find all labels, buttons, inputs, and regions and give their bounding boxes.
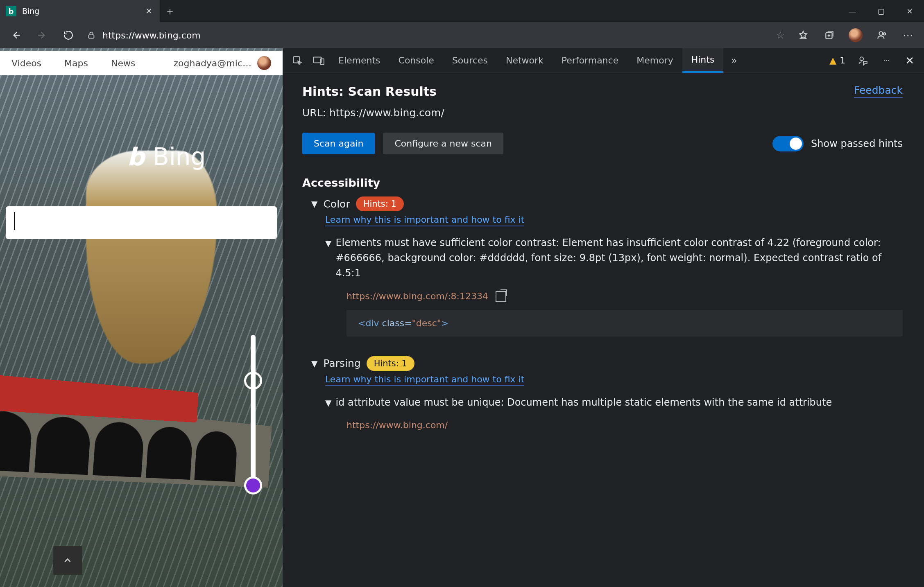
url-label: URL:	[302, 107, 329, 119]
browser-tab[interactable]: b Bing ✕	[0, 0, 160, 22]
feedback-icon[interactable]	[852, 52, 873, 70]
category-parsing: ▼ Parsing Hints: 1 Learn why this is imp…	[311, 356, 903, 430]
code-snippet: <div class="desc">	[346, 310, 903, 336]
forward-icon[interactable]	[30, 25, 54, 45]
open-external-icon[interactable]	[496, 291, 506, 302]
bing-favicon: b	[6, 6, 16, 16]
configure-scan-button[interactable]: Configure a new scan	[383, 133, 503, 154]
favorite-icon[interactable]: ☆	[776, 29, 785, 41]
hint-source-link[interactable]: https://www.bing.com/	[346, 420, 448, 430]
maximize-icon[interactable]: ▢	[867, 0, 895, 22]
window-controls: ― ▢ ✕	[838, 0, 924, 22]
issues-count: 1	[840, 55, 845, 65]
hint-detail: id attribute value must be unique: Docum…	[335, 395, 832, 410]
learn-link[interactable]: Learn why this is important and how to f…	[325, 214, 524, 226]
section-accessibility: Accessibility	[302, 176, 903, 189]
favorites-icon[interactable]	[791, 25, 815, 45]
hints-panel-body[interactable]: Feedback Hints: Scan Results URL: https:…	[283, 73, 924, 587]
more-tabs-icon[interactable]: »	[723, 52, 745, 70]
new-tab-button[interactable]: ＋	[160, 0, 180, 22]
bing-header: Videos Maps News zoghadya@mic…	[0, 51, 283, 75]
tab-network[interactable]: Network	[497, 48, 553, 73]
nav-videos[interactable]: Videos	[11, 58, 41, 68]
browser-toolbar: https://www.bing.com ☆ ⋯	[0, 22, 924, 48]
tab-console[interactable]: Console	[390, 48, 443, 73]
profile-avatar[interactable]	[844, 25, 867, 45]
scroll-top-button[interactable]	[53, 546, 82, 575]
more-icon[interactable]: ⋯	[896, 25, 920, 45]
nav-maps[interactable]: Maps	[64, 58, 88, 68]
svg-point-7	[860, 57, 864, 61]
feedback-link[interactable]: Feedback	[854, 84, 903, 98]
settings-icon[interactable]: ⋯	[876, 52, 897, 70]
background-image	[0, 372, 283, 515]
code-tag: >	[441, 318, 448, 328]
disclosure-icon[interactable]: ▼	[325, 237, 331, 281]
toggle-label: Show passed hints	[811, 138, 903, 149]
titlebar: b Bing ✕ ＋ ― ▢ ✕	[0, 0, 924, 22]
hints-badge: Hints: 1	[356, 196, 404, 211]
category-color: ▼ Color Hints: 1 Learn why this is impor…	[311, 196, 903, 336]
hint-source-link[interactable]: https://www.bing.com/:8:12334	[346, 291, 488, 301]
thermometer-widget[interactable]	[246, 335, 260, 494]
url-value: https://www.bing.com/	[329, 107, 444, 119]
devtools-panel: Elements Console Sources Network Perform…	[283, 48, 924, 587]
category-name: Color	[323, 198, 350, 210]
svg-rect-4	[293, 56, 299, 63]
search-input[interactable]	[6, 206, 277, 239]
close-devtools-icon[interactable]: ✕	[899, 54, 920, 67]
user-avatar[interactable]	[257, 56, 271, 70]
panel-title: Hints: Scan Results	[302, 84, 903, 99]
device-toggle-icon[interactable]	[308, 52, 329, 70]
collections-icon[interactable]	[818, 25, 841, 45]
code-attr: class=	[382, 318, 412, 328]
tab-hints[interactable]: Hints	[682, 48, 724, 73]
hint-detail: Elements must have sufficient color cont…	[335, 235, 903, 281]
minimize-icon[interactable]: ―	[838, 0, 867, 22]
tab-memory[interactable]: Memory	[627, 48, 682, 73]
bing-logo: b Bing	[127, 142, 206, 171]
nav-news[interactable]: News	[111, 58, 135, 68]
lock-icon	[87, 31, 96, 40]
disclosure-icon[interactable]: ▼	[311, 359, 317, 368]
disclosure-icon[interactable]: ▼	[325, 397, 331, 410]
svg-point-3	[883, 33, 886, 35]
disclosure-icon[interactable]: ▼	[311, 199, 317, 209]
category-name: Parsing	[323, 357, 360, 369]
url-text: https://www.bing.com	[102, 30, 201, 41]
devtools-tabbar: Elements Console Sources Network Perform…	[283, 48, 924, 73]
bing-logo-text: Bing	[153, 143, 206, 171]
hint-item: ▼ id attribute value must be unique: Doc…	[325, 395, 903, 430]
hints-badge: Hints: 1	[367, 356, 414, 371]
address-bar[interactable]: https://www.bing.com ☆	[83, 25, 789, 45]
refresh-icon[interactable]	[57, 25, 80, 45]
hint-item: ▼ Elements must have sufficient color co…	[325, 235, 903, 336]
inspect-icon[interactable]	[287, 52, 308, 70]
tab-title: Bing	[22, 7, 140, 16]
issues-badge[interactable]: ▲ 1	[825, 55, 849, 65]
tab-performance[interactable]: Performance	[553, 48, 627, 73]
code-tag: <div	[358, 318, 382, 328]
svg-point-2	[879, 32, 883, 35]
tab-elements[interactable]: Elements	[329, 48, 390, 73]
back-icon[interactable]	[4, 25, 28, 45]
scan-url-row: URL: https://www.bing.com/	[302, 107, 903, 119]
tab-sources[interactable]: Sources	[443, 48, 497, 73]
code-val: "desc"	[412, 318, 441, 328]
identity-icon[interactable]	[870, 25, 894, 45]
warning-icon: ▲	[829, 55, 836, 65]
close-window-icon[interactable]: ✕	[895, 0, 924, 22]
learn-link[interactable]: Learn why this is important and how to f…	[325, 374, 524, 386]
user-email[interactable]: zoghadya@mic…	[173, 58, 251, 68]
scan-again-button[interactable]: Scan again	[302, 133, 375, 154]
close-tab-icon[interactable]: ✕	[145, 6, 152, 16]
webpage-viewport: Videos Maps News zoghadya@mic… b Bing	[0, 48, 283, 587]
svg-rect-0	[89, 35, 94, 38]
show-passed-toggle[interactable]	[772, 136, 804, 151]
